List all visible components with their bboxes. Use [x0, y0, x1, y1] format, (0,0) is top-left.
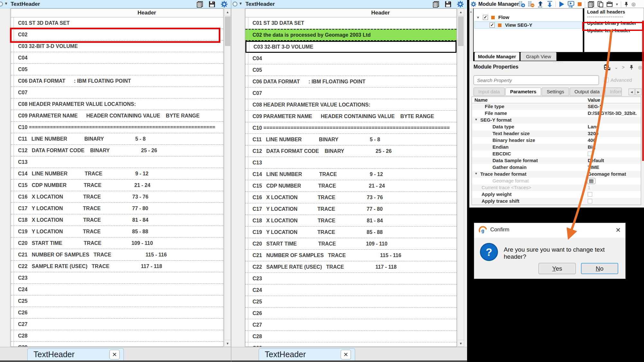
- table-row[interactable]: C21 NUMBER OF SAMPLES TRACE 115 - 116: [11, 249, 223, 261]
- table-row[interactable]: C05: [245, 64, 456, 76]
- parameter-row[interactable]: ▾ Geomage format: [472, 178, 641, 184]
- move-up-icon[interactable]: [537, 1, 544, 8]
- parameters-table-header[interactable]: Name Value: [472, 97, 641, 103]
- parameter-row[interactable]: ▾ File type SEG-Y: [472, 103, 641, 110]
- parameter-value[interactable]: Big: [588, 144, 595, 150]
- yes-button[interactable]: Yes: [538, 263, 576, 274]
- table-column-header[interactable]: Header: [11, 9, 223, 17]
- scroll-up-icon[interactable]: ▲: [458, 9, 464, 15]
- parameter-value[interactable]: 3200: [588, 131, 598, 136]
- tab-textheader[interactable]: TextHeader ✕: [27, 348, 124, 361]
- scroll-up-icon[interactable]: ▲: [470, 10, 472, 13]
- table-row[interactable]: C13: [11, 156, 223, 168]
- table-row[interactable]: C01 ST 3D DATA SET: [11, 17, 223, 29]
- dialog-titlebar[interactable]: Confirm ✕: [474, 223, 625, 238]
- property-tab[interactable]: Parameters: [505, 88, 541, 96]
- vertical-scrollbar[interactable]: ▲ ▼: [224, 8, 231, 347]
- property-tab[interactable]: Inform: [605, 88, 622, 96]
- header-list-icon[interactable]: [432, 1, 439, 8]
- float-icon[interactable]: ◎: [638, 65, 642, 70]
- table-row[interactable]: C04: [245, 53, 456, 64]
- scrollbar-thumb[interactable]: [458, 16, 464, 46]
- table-row[interactable]: C15 CDP NUMBER TRACE 21 - 24: [11, 180, 223, 191]
- parameter-row[interactable]: ▾ Apply trace shift: [472, 198, 641, 205]
- table-row[interactable]: C23: [11, 272, 223, 284]
- tab-scroll-right-icon[interactable]: ▶: [635, 88, 641, 95]
- table-row[interactable]: C20 START TIME TRACE 109 - 110: [245, 238, 456, 250]
- table-row[interactable]: C06 DATA FORMAT : IBM FLOATING POINT: [245, 76, 456, 88]
- splitter-dots[interactable]: ······: [553, 60, 564, 64]
- scroll-down-icon[interactable]: ▼: [458, 340, 464, 347]
- table-row[interactable]: C14 LINE NUMBER TRACE 9 - 12: [245, 169, 456, 180]
- table-row[interactable]: C12 DATA FORMAT CODE BINARY 25 - 26: [11, 145, 223, 156]
- menu-item[interactable]: Update text header: [584, 27, 644, 34]
- expander-icon[interactable]: ▾: [477, 15, 479, 20]
- table-row[interactable]: C03 32-BIT 3-D VOLUME: [11, 41, 223, 52]
- close-icon[interactable]: ✕: [109, 350, 120, 359]
- parameter-row[interactable]: ▾ Apply weight: [472, 191, 641, 198]
- table-row[interactable]: C14 LINE NUMBER TRACE 9 - 12: [11, 168, 223, 180]
- clipboard-icon[interactable]: [597, 1, 604, 8]
- tab-graph-view[interactable]: Graph View: [520, 52, 557, 61]
- table-row[interactable]: C22 SAMPLE RATE (USEC) TRACE 117 - 118: [245, 261, 456, 273]
- gear-icon[interactable]: [457, 1, 464, 8]
- table-row[interactable]: C13: [245, 157, 456, 169]
- table-row[interactable]: C08 HEADER PARAMETER VALUE LOCATIONS:: [245, 99, 456, 111]
- scrollbar-thumb[interactable]: [225, 16, 230, 46]
- expander-icon[interactable]: ▾: [475, 171, 477, 176]
- parameter-value[interactable]: SEG-Y: [588, 104, 603, 109]
- expander-icon[interactable]: ▾: [475, 117, 477, 122]
- parameter-row[interactable]: ▾ Text header size 3200: [472, 130, 641, 137]
- table-row[interactable]: C20 START TIME TRACE 109 - 110: [11, 237, 223, 249]
- table-row[interactable]: C03 32-BIT 3-D VOLUME: [245, 41, 456, 53]
- parameter-row[interactable]: ▾ Trace header format Geomage format: [472, 171, 641, 178]
- parameter-value[interactable]: 400: [588, 137, 596, 143]
- table-row[interactable]: C08 HEADER PARAMETER VALUE LOCATIONS:: [11, 98, 223, 110]
- panel-menu-button[interactable]: [0, 2, 3, 6]
- table-row[interactable]: C04: [11, 52, 223, 64]
- table-row[interactable]: C11 LINE NUMBER BINARY 5 - 8: [11, 133, 223, 145]
- close-icon[interactable]: ✕: [341, 350, 351, 359]
- parameter-value[interactable]: TIME: [588, 164, 599, 170]
- table-row[interactable]: C09 PARAMETER NAME HEADER CONTAINING VAL…: [11, 110, 223, 122]
- table-row[interactable]: C17 Y LOCATION TRACE 77 - 80: [11, 203, 223, 214]
- table-row[interactable]: C07: [245, 88, 456, 99]
- checkbox-checked[interactable]: ✓: [490, 23, 495, 28]
- remove-module-icon[interactable]: [528, 1, 535, 8]
- table-row[interactable]: C28: [245, 331, 456, 342]
- table-row[interactable]: C27: [245, 319, 456, 331]
- menu-item[interactable]: --------------------: [584, 15, 644, 19]
- table-row[interactable]: C16 X LOCATION TRACE 73 - 76: [11, 191, 223, 203]
- parameter-value[interactable]: D:/SEGY/St-3D_32bit.: [588, 110, 637, 116]
- table-row[interactable]: C02 the data is processed by Geomage 200…: [245, 29, 456, 41]
- table-row[interactable]: C29: [11, 342, 223, 347]
- parameter-value[interactable]: Geomage format: [588, 171, 626, 177]
- table-row[interactable]: C21 NUMBER OF SAMPLES TRACE 115 - 116: [245, 250, 456, 261]
- table-row[interactable]: C16 X LOCATION TRACE 73 - 76: [245, 192, 456, 203]
- move-down-icon[interactable]: [546, 1, 553, 8]
- menu-item[interactable]: Load all headers: [584, 8, 644, 15]
- vertical-scrollbar[interactable]: ▲ ▼: [457, 8, 464, 347]
- table-row[interactable]: C23: [245, 273, 456, 284]
- header-list-icon[interactable]: [196, 1, 203, 8]
- table-row[interactable]: C25: [11, 295, 223, 307]
- parameter-value[interactable]: Default: [588, 158, 604, 163]
- chevron-right-icon[interactable]: >: [622, 65, 625, 70]
- pin-icon[interactable]: [623, 1, 629, 7]
- search-input[interactable]: [474, 75, 599, 85]
- gear-icon[interactable]: [221, 1, 228, 8]
- tab-textheader[interactable]: TextHeader ✕: [259, 348, 355, 361]
- parameter-row[interactable]: ▾ File name D:/SEGY/St-3D_32bit.: [472, 110, 641, 117]
- table-row[interactable]: C12 DATA FORMAT CODE BINARY 25 - 26: [245, 145, 456, 157]
- menu-item[interactable]: Update binary header: [584, 19, 644, 27]
- parameter-value[interactable]: Land: [588, 124, 599, 129]
- add-module-icon[interactable]: [518, 1, 525, 8]
- tab-module-manager[interactable]: Module Manager: [474, 52, 520, 61]
- table-row[interactable]: C01 ST 3D DATA SET: [245, 17, 456, 29]
- stop-icon[interactable]: [577, 1, 583, 7]
- parameter-row[interactable]: ▾ Data Sample format Default: [472, 157, 641, 164]
- parameter-checkbox[interactable]: [588, 192, 592, 197]
- advanced-toggle[interactable]: Advanced: [604, 77, 632, 83]
- parameter-checkbox[interactable]: [588, 152, 592, 156]
- table-row[interactable]: C06 DATA FORMAT : IBM FLOATING POINT: [11, 75, 223, 87]
